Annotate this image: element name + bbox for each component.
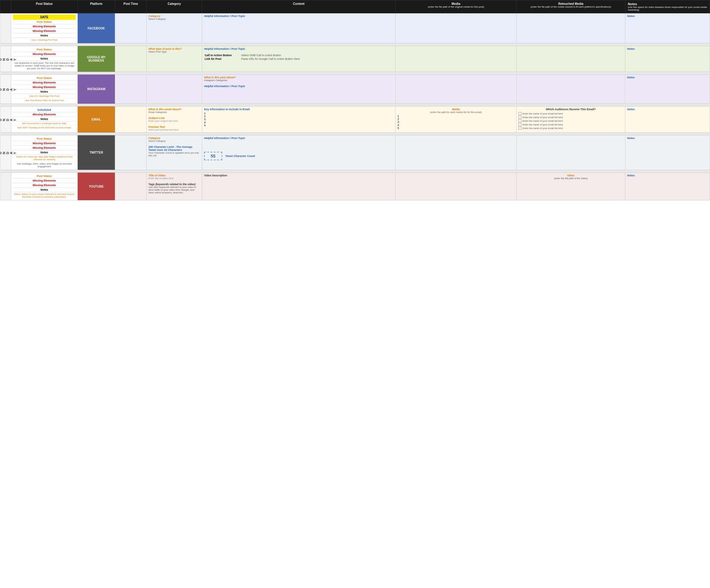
- facebook-content-cell: Helpful Information / Post Topic: [202, 14, 396, 43]
- twitter-platform-cell: TWITTER: [77, 135, 115, 170]
- youtube-title-placeholder: Enter title of video here: [148, 177, 200, 180]
- youtube-post-status: Post Status: [13, 174, 76, 179]
- gmb-status-col: Post Status Missing Elements Notes Use k…: [11, 46, 77, 72]
- audience-text-1: Enter the name of your email list here: [523, 112, 563, 115]
- gmb-media-cell: [396, 46, 516, 72]
- audience-checkbox-1[interactable]: [518, 112, 521, 115]
- twitter-posttime: [115, 135, 147, 170]
- email-media-cell: Media (enter the path for each media fil…: [396, 107, 516, 133]
- email-day-cell: SUNDAY: [0, 107, 11, 133]
- section-divider: [0, 170, 710, 173]
- date-bar: DATE: [13, 15, 76, 20]
- notes-col-header: Notes (use this space for notes between …: [625, 0, 710, 14]
- audience-row-3: Enter the name of your email list here: [518, 119, 623, 122]
- facebook-notes-cell: Notes: [625, 14, 710, 43]
- email-spacer: [0, 133, 710, 135]
- gmb-platform-cell: GOOGLE MYBUSINESS: [77, 46, 115, 72]
- section-divider: [0, 43, 710, 46]
- instagram-helpful-label: Helpful Information / Post Topic: [204, 85, 394, 88]
- twitter-select: Select Category: [148, 140, 200, 142]
- gmb-select: Select Post Type: [148, 50, 200, 53]
- youtube-tags-label: Tags (keywords related to the video): [148, 183, 200, 186]
- instagram-spacer: [0, 104, 710, 107]
- instagram-posttime: [115, 75, 147, 104]
- section-divider: [0, 72, 710, 75]
- facebook-spacer: [0, 43, 710, 46]
- notes-col-subtitle: (use this space for notes between those …: [628, 6, 707, 11]
- gmb-cta-table: Call to Action Button Select GMB Call to…: [204, 53, 394, 61]
- twitter-post-status: Post Status: [13, 137, 76, 141]
- missing-el-1: Missing Elements: [13, 24, 76, 29]
- post-status-label: Post Status: [13, 20, 76, 24]
- category-col-header: Category: [146, 0, 202, 14]
- twitter-char-limit: 280 Character Limit - The Average Tweet …: [148, 145, 200, 151]
- twitter-notes-cell: Notes: [625, 135, 710, 170]
- email-about-label: What is this email about?: [148, 108, 200, 111]
- email-media-1: 1: [397, 114, 514, 117]
- content-col-header: Content: [202, 0, 396, 14]
- gmb-helpful-label: Helpful Information / Post Topic: [204, 47, 394, 50]
- facebook-day-cell: [0, 14, 11, 43]
- audience-text-4: Enter the name of your email list here: [523, 123, 563, 126]
- instagram-tip-1: Use 10+ Hashtags Per Post: [13, 94, 76, 98]
- email-audience-title: Which Audiences Receive This Email?: [518, 108, 623, 111]
- facebook-notes-label: Notes: [627, 15, 708, 18]
- section-divider: [0, 133, 710, 135]
- instagram-media-cell: [396, 75, 516, 104]
- youtube-tags-sub: Use SEO keywords relevant to your video …: [148, 186, 200, 194]
- gmb-cta-label: Call to Action Button: [204, 53, 240, 57]
- email-missing: Missing Elements: [13, 112, 76, 117]
- email-item-1: 1: [204, 112, 394, 115]
- email-media-5: 5: [397, 126, 514, 130]
- gmb-section: SUNDAY Post Status Missing Elements Note…: [0, 46, 710, 72]
- instagram-missing-2: Missing Elements: [13, 85, 76, 90]
- email-status-col: Scheduled Missing Elements Notes We reco…: [11, 107, 77, 133]
- gmb-spacer: [0, 72, 710, 75]
- email-notes-cell: Notes: [625, 107, 710, 133]
- email-media-2: 2: [397, 117, 514, 120]
- youtube-media-cell: [396, 173, 516, 201]
- audience-checkbox-5[interactable]: [518, 126, 521, 130]
- twitter-spacer: [0, 170, 710, 173]
- email-preview-label: Preview Text: [148, 125, 200, 128]
- instagram-categories-sub: Instagram Categories: [204, 79, 394, 82]
- day-col-header: [0, 0, 11, 14]
- section-divider: [0, 104, 710, 107]
- instagram-missing-1: Missing Elements: [13, 80, 76, 85]
- instagram-day-cell: SUNDAY: [0, 75, 11, 104]
- youtube-notes-row: Notes: [13, 188, 76, 192]
- main-spreadsheet: Post Status Platform Post Time Category …: [0, 0, 710, 201]
- twitter-tip-2: Use hashtags, GIFs, video, and images to…: [13, 162, 76, 168]
- gmb-tip: Use keywords in each post. The first 100…: [13, 61, 76, 70]
- audience-checkbox-2[interactable]: [518, 116, 521, 119]
- youtube-missing-1: Missing Elements: [13, 179, 76, 183]
- email-audience-cell: Which Audiences Receive This Email? Ente…: [516, 107, 625, 133]
- instagram-retouched-cell: [516, 75, 625, 104]
- twitter-notes-label: Notes: [627, 137, 708, 140]
- email-media-3: 3: [397, 120, 514, 123]
- missing-el-2: Missing Elements: [13, 29, 76, 33]
- email-notes-label: Notes: [627, 108, 708, 111]
- audience-checkbox-3[interactable]: [518, 119, 521, 122]
- audience-row-5: Enter the name of your email list here: [518, 126, 623, 130]
- twitter-category-label: Category: [148, 137, 200, 140]
- youtube-video-title: Video: [518, 174, 623, 177]
- email-item-3: 3: [204, 118, 394, 121]
- youtube-desc-label: Video Description: [204, 174, 394, 177]
- youtube-tip: Share videos on your social channels & l…: [13, 192, 76, 199]
- facebook-status-col: DATE Post Status Missing Elements Missin…: [11, 14, 77, 43]
- instagram-about-label: What is this post about?: [204, 76, 394, 79]
- youtube-platform-cell: YOUTUBE: [77, 173, 115, 201]
- instagram-status-col: Post Status Missing Elements Missing Ele…: [11, 75, 77, 104]
- tweet-count-display: 55: [204, 152, 222, 160]
- gmb-notes-cell: Notes: [625, 46, 710, 72]
- instagram-tip-2: Use Your Brand Filter for Every Post: [13, 98, 76, 102]
- email-tip-2: 9am MST Tuesday is the best time to send…: [13, 126, 76, 130]
- twitter-char-sub: Your Character Count is updated once you…: [148, 151, 200, 157]
- email-scheduled: Scheduled: [13, 108, 76, 112]
- post-status-col-header: Post Status: [11, 0, 77, 14]
- audience-checkbox-4[interactable]: [518, 123, 521, 126]
- gmb-cta-value: Select GMB Call to Action Button: [240, 53, 394, 57]
- twitter-retouched-cell: [516, 135, 625, 170]
- email-posttime: [115, 107, 147, 133]
